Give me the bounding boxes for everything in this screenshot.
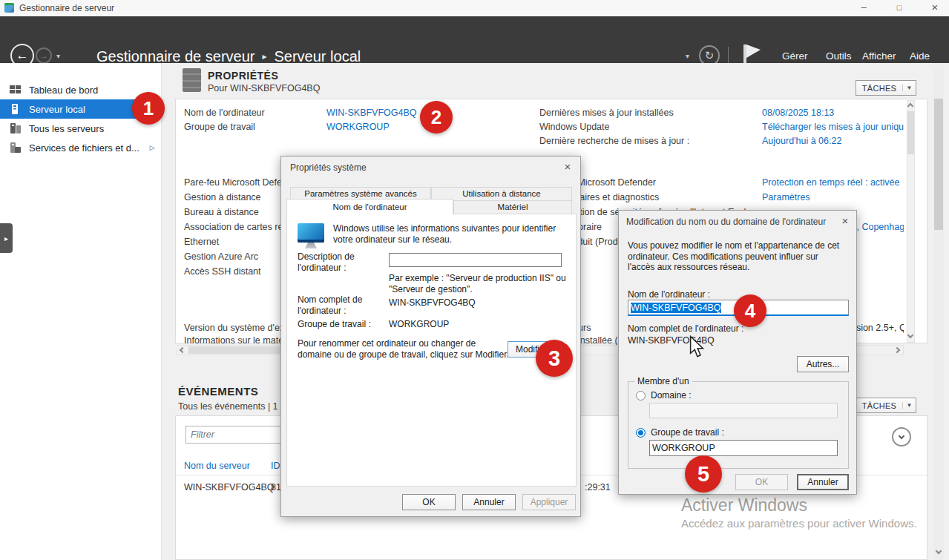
events-column-server[interactable]: Nom du serveur [184, 461, 250, 471]
sidebar-item-services-de-fichiers[interactable]: Services de fichiers et d... [0, 138, 161, 157]
ok-button[interactable]: OK [735, 474, 788, 490]
property-row: Windows UpdateTélécharger les mises à jo… [539, 122, 904, 136]
sidebar-item-label: Serveur local [29, 104, 85, 115]
ok-button[interactable]: OK [402, 494, 456, 510]
nav-bar: Gestionnaire de serveur Serveur local Gé… [0, 16, 949, 63]
member-of-label: Membre d'un [634, 376, 692, 386]
domain-radio[interactable] [636, 391, 646, 401]
breadcrumb-separator-icon [262, 51, 266, 62]
property-row: Dernières mises à jour installées08/08/2… [539, 108, 904, 122]
events-collapse-button[interactable] [892, 427, 911, 447]
collapse-pane-icon[interactable] [0, 223, 13, 253]
description-label: Description de l'ordinateur : [298, 251, 372, 273]
close-icon[interactable] [836, 214, 854, 228]
workgroup-label[interactable]: Groupe de travail : [651, 427, 724, 438]
window-title: Gestionnaire de serveur [19, 3, 114, 13]
property-row: Groupe de travailWORKGROUP [184, 122, 539, 136]
description-example-text: Par exemple : "Serveur de production IIS… [389, 273, 574, 294]
dialog-intro-text: Vous pouvez modifier le nom et l'apparte… [628, 240, 847, 273]
properties-vscrollbar-thumb[interactable] [907, 111, 914, 154]
full-computer-name-label: Nom complet de l'ordinateur : [298, 294, 381, 316]
property-row: Dernière recherche de mises à jour :Aujo… [539, 136, 904, 150]
properties-tasks-button[interactable]: TÂCHES [856, 80, 916, 96]
rename-computer-dialog: Modification du nom ou du domaine de l'o… [618, 210, 857, 495]
window-titlebar: Gestionnaire de serveur [0, 0, 949, 16]
tasks-caret-icon [902, 402, 916, 409]
rename-hint-text: Pour renommer cet ordinateur ou changer … [298, 338, 511, 360]
forward-icon[interactable] [36, 47, 52, 64]
full-computer-name-value: WIN-SKBFVFOG4BQ [389, 297, 476, 309]
events-tasks-button[interactable]: TÂCHES [856, 398, 916, 413]
close-icon[interactable] [922, 0, 948, 16]
step-badge-4: 4 [734, 294, 766, 327]
selected-text: WIN-SKBFVFOG4BQ [631, 303, 721, 313]
property-row: Pare-feu Microsoft DefenderProtection en… [539, 177, 904, 192]
events-column-id[interactable]: ID [271, 461, 280, 471]
properties-panel-icon [183, 68, 201, 92]
workgroup-label: Groupe de travail : [298, 319, 371, 330]
nav-divider [728, 47, 729, 65]
page-vscrollbar-thumb[interactable] [934, 99, 943, 230]
workgroup-value: WORKGROUP [389, 319, 449, 330]
activation-watermark-line2: Accédez aux paramètres pour activer Wind… [681, 517, 917, 530]
autres-button[interactable]: Autres... [797, 356, 849, 372]
sidebar-item-label: Tableau de bord [29, 85, 98, 96]
dashboard-icon [10, 85, 22, 95]
dropdown-caret-icon[interactable] [686, 52, 689, 60]
menu-gerer[interactable]: Gérer [782, 50, 808, 62]
sidebar-item-tous-les-serveurs[interactable]: Tous les serveurs [0, 119, 161, 138]
chevron-down-icon [899, 432, 904, 438]
file-services-icon [10, 142, 22, 153]
cancel-button[interactable]: Annuler [462, 494, 516, 510]
property-row: Nom de l'ordinateurWIN-SKBFVFOG4BQ [184, 108, 539, 122]
step-badge-1: 1 [132, 92, 165, 125]
properties-left-group-1: Nom de l'ordinateurWIN-SKBFVFOG4BQ Group… [184, 108, 539, 136]
workgroup-input[interactable]: WORKGROUP [649, 440, 838, 456]
dialog-intro-text: Windows utilise les informations suivant… [333, 223, 562, 245]
sidebar-item-label: Services de fichiers et d... [29, 142, 139, 154]
close-icon[interactable] [559, 159, 577, 174]
maximize-icon[interactable] [886, 0, 913, 16]
local-server-icon [10, 104, 22, 114]
workgroup-radio[interactable] [636, 428, 646, 438]
step-badge-3: 3 [536, 340, 573, 377]
activation-watermark-line1: Activer Windows [681, 495, 807, 515]
events-row-time-fragment: :29:31 [585, 482, 611, 493]
domain-input[interactable] [649, 403, 838, 418]
domain-label[interactable]: Domaine : [651, 390, 692, 401]
all-servers-icon [10, 123, 22, 134]
apply-button[interactable]: Appliquer [522, 494, 576, 510]
history-caret-icon[interactable] [56, 52, 60, 60]
menu-aide[interactable]: Aide [910, 50, 930, 62]
server-manager-icon [4, 3, 14, 13]
sidebar: Tableau de bord Serveur local Tous les s… [0, 63, 162, 560]
system-properties-dialog: Propriétés système Paramètres système av… [280, 156, 581, 517]
expand-arrow-icon[interactable] [150, 144, 155, 151]
description-input[interactable] [389, 253, 562, 267]
tab-nom-de-l-ordinateur[interactable]: Nom de l'ordinateur [286, 199, 453, 214]
mouse-cursor-icon [689, 335, 705, 359]
step-badge-5: 5 [685, 455, 722, 493]
events-title: ÉVÉNEMENTS [178, 385, 258, 398]
sidebar-item-label: Tous les serveurs [29, 123, 104, 134]
menu-outils[interactable]: Outils [826, 50, 852, 62]
tasks-caret-icon [902, 85, 916, 91]
minimize-icon[interactable] [850, 0, 877, 16]
properties-right-group-1: Dernières mises à jour installées08/08/2… [539, 108, 904, 150]
tab-materiel[interactable]: Matériel [453, 200, 572, 214]
full-computer-name-label: Nom complet de l'ordinateur : [628, 323, 743, 335]
step-badge-2: 2 [420, 101, 453, 134]
properties-title: PROPRIÉTÉS [208, 70, 278, 82]
cancel-button[interactable]: Annuler [797, 474, 849, 490]
dialog-title: Propriétés système [290, 162, 367, 173]
dialog-title: Modification du nom ou du domaine de l'o… [626, 217, 835, 227]
computer-name-label: Nom de l'ordinateur : [628, 289, 710, 300]
events-row-server[interactable]: WIN-SKBFVFOG4BQ [184, 482, 275, 493]
menu-afficher[interactable]: Afficher [862, 50, 896, 62]
property-row: Commentaires et diagnosticsParamètres [539, 192, 904, 207]
member-of-groupbox: Membre d'un Domaine : Groupe de travail … [628, 381, 849, 469]
monitor-icon [298, 223, 324, 243]
properties-subtitle: Pour WIN-SKBFVFOG4BQ [208, 83, 320, 93]
